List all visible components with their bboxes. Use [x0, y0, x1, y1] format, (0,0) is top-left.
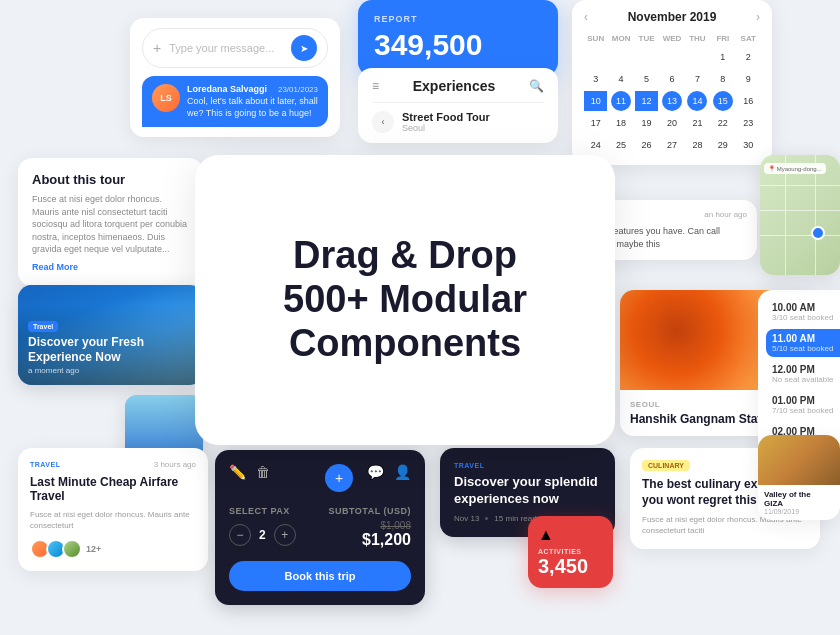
cal-day[interactable]: 29	[713, 135, 733, 155]
schedule-count: 7/10 seat booked	[772, 406, 840, 415]
discover-date: Nov 13	[454, 514, 479, 523]
map-pin	[811, 226, 825, 240]
hero-card: Drag & Drop500+ ModularComponents	[195, 155, 615, 445]
menu-icon: ≡	[372, 79, 379, 93]
calendar-prev-button[interactable]: ‹	[584, 10, 588, 24]
cal-day-header: MON	[609, 32, 632, 45]
chat-input-placeholder[interactable]: Type your message...	[169, 42, 283, 54]
edit-icon[interactable]: ✏️	[229, 464, 246, 492]
cal-day[interactable]: 30	[738, 135, 758, 155]
send-button[interactable]: ➤	[291, 35, 317, 61]
activities-label: ACTIVITIES	[538, 548, 603, 555]
cal-day[interactable]: 18	[611, 113, 631, 133]
schedule-item[interactable]: 01.00 PM 7/10 seat booked	[766, 391, 840, 419]
valley-card: Valley of the GIZA 11/09/2019	[758, 435, 840, 520]
cal-day[interactable]: 13	[662, 91, 682, 111]
discover-tag: TRAVEL	[454, 462, 601, 469]
cal-day-header: TUE	[635, 32, 658, 45]
about-card: About this tour Fusce at nisi eget dolor…	[18, 158, 203, 286]
cal-day[interactable]: 2	[738, 47, 758, 67]
schedule-item-active[interactable]: 11.00 AM 5/10 seat booked	[766, 329, 840, 357]
cal-day-header: SUN	[584, 32, 607, 45]
schedule-time-active: 11.00 AM	[772, 333, 840, 344]
user-icon[interactable]: 👤	[394, 464, 411, 492]
add-icon: +	[153, 40, 161, 56]
cal-day[interactable]: 8	[713, 69, 733, 89]
travel-title: Discover your Fresh Experience Now	[28, 335, 193, 364]
cal-day-header: WED	[660, 32, 683, 45]
cal-day[interactable]: 28	[687, 135, 707, 155]
discover-title: Discover your splendid experiences now	[454, 474, 601, 508]
read-more-link[interactable]: Read More	[32, 262, 189, 272]
report-label: REPORT	[374, 14, 542, 24]
valley-image	[758, 435, 840, 485]
cal-day[interactable]: 14	[687, 91, 707, 111]
trash-icon[interactable]: 🗑	[256, 464, 270, 492]
separator	[485, 517, 488, 520]
cal-day[interactable]: 17	[586, 113, 606, 133]
about-text: Fusce at nisi eget dolor rhoncus. Mauris…	[32, 193, 189, 256]
cal-day[interactable]: 9	[738, 69, 758, 89]
chat-input-row[interactable]: + Type your message... ➤	[142, 28, 328, 68]
cal-day[interactable]: 12	[635, 91, 658, 111]
experiences-title: Experiences	[413, 78, 496, 94]
calendar-next-button[interactable]: ›	[756, 10, 760, 24]
experience-name: Street Food Tour	[402, 111, 490, 123]
cal-day[interactable]: 22	[713, 113, 733, 133]
cal-day[interactable]: 16	[738, 91, 758, 111]
search-icon[interactable]: 🔍	[529, 79, 544, 93]
cal-day[interactable]: 1	[713, 47, 733, 67]
cal-day	[637, 47, 657, 67]
schedule-time: 12.00 PM	[772, 364, 840, 375]
cal-day[interactable]: 4	[611, 69, 631, 89]
back-button[interactable]: ‹	[372, 111, 394, 133]
cal-day[interactable]: 19	[637, 113, 657, 133]
map-card: 📍 Myaoung-dong...	[760, 155, 840, 275]
lm-text: Fusce at nisi eget dolor rhoncus. Mauris…	[30, 509, 196, 531]
cal-day	[586, 47, 606, 67]
schedule-item[interactable]: 10.00 AM 3/10 seat booked	[766, 298, 840, 326]
about-title: About this tour	[32, 172, 189, 187]
cal-day[interactable]: 24	[586, 135, 606, 155]
pax-count: 2	[259, 528, 266, 542]
report-card: REPORT 349,500	[358, 0, 558, 76]
increase-pax-button[interactable]: +	[274, 524, 296, 546]
activities-card: ▲ ACTIVITIES 3,450	[528, 516, 613, 588]
experience-item[interactable]: ‹ Street Food Tour Seoul	[372, 111, 544, 133]
activities-value: 3,450	[538, 555, 603, 578]
cal-day[interactable]: 25	[611, 135, 631, 155]
chat-icon[interactable]: 💬	[367, 464, 384, 492]
report-value: 349,500	[374, 28, 542, 62]
cal-day[interactable]: 11	[611, 91, 631, 111]
chat-widget: + Type your message... ➤ LS Loredana Sal…	[130, 18, 340, 137]
avatar: LS	[152, 84, 180, 112]
cal-day[interactable]: 26	[637, 135, 657, 155]
cal-day	[662, 47, 682, 67]
cal-day[interactable]: 20	[662, 113, 682, 133]
travel-time: a moment ago	[28, 366, 193, 375]
cal-day[interactable]: 21	[687, 113, 707, 133]
divider	[372, 102, 544, 103]
book-trip-button[interactable]: Book this trip	[229, 561, 411, 591]
add-button[interactable]: +	[325, 464, 353, 492]
cal-day[interactable]: 7	[687, 69, 707, 89]
cal-day[interactable]: 5	[637, 69, 657, 89]
avatar	[62, 539, 82, 559]
decrease-pax-button[interactable]: −	[229, 524, 251, 546]
cal-day[interactable]: 6	[662, 69, 682, 89]
cal-day[interactable]: 3	[586, 69, 606, 89]
lm-tag: TRAVEL	[30, 461, 60, 468]
valley-subtitle: GIZA	[764, 499, 834, 508]
schedule-item[interactable]: 12.00 PM No seat available	[766, 360, 840, 388]
lm-title: Last Minute Cheap Airfare Travel	[30, 475, 196, 504]
schedule-card: 10.00 AM 3/10 seat booked 11.00 AM 5/10 …	[758, 290, 840, 458]
chat-message: Cool, let's talk about it later, shall w…	[187, 96, 318, 119]
cal-day[interactable]: 15	[713, 91, 733, 111]
lm-count: 12+	[86, 544, 101, 554]
cal-day[interactable]: 27	[662, 135, 682, 155]
cal-day[interactable]: 10	[584, 91, 607, 111]
cal-day	[611, 47, 631, 67]
cal-day[interactable]: 23	[738, 113, 758, 133]
activities-icon: ▲	[538, 526, 603, 544]
schedule-time: 10.00 AM	[772, 302, 840, 313]
